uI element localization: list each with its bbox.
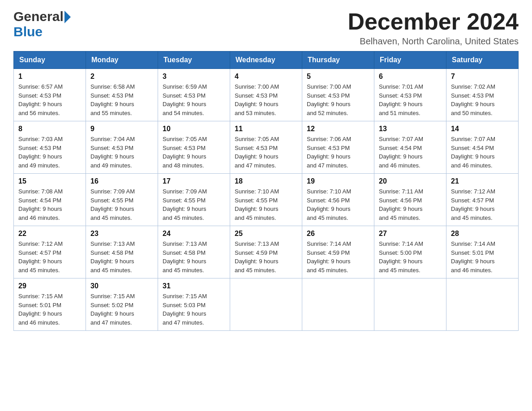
calendar-week-row: 1 Sunrise: 6:57 AMSunset: 4:53 PMDayligh… <box>14 69 519 121</box>
day-info: Sunrise: 7:01 AMSunset: 4:53 PMDaylight:… <box>379 83 423 116</box>
weekday-header-wednesday: Wednesday <box>230 51 302 69</box>
day-number: 3 <box>163 73 225 81</box>
day-info: Sunrise: 7:10 AMSunset: 4:56 PMDaylight:… <box>307 188 351 221</box>
calendar-cell: 18 Sunrise: 7:10 AMSunset: 4:55 PMDaylig… <box>230 174 302 226</box>
weekday-header-thursday: Thursday <box>302 51 374 69</box>
day-info: Sunrise: 7:14 AMSunset: 5:00 PMDaylight:… <box>379 240 423 274</box>
day-info: Sunrise: 7:06 AMSunset: 4:53 PMDaylight:… <box>307 136 351 169</box>
calendar-cell: 15 Sunrise: 7:08 AMSunset: 4:54 PMDaylig… <box>14 174 86 226</box>
day-number: 27 <box>379 230 442 238</box>
day-number: 5 <box>307 73 369 81</box>
day-number: 22 <box>18 230 81 238</box>
day-info: Sunrise: 7:05 AMSunset: 4:53 PMDaylight:… <box>163 136 207 169</box>
day-info: Sunrise: 7:00 AMSunset: 4:53 PMDaylight:… <box>235 83 279 116</box>
calendar-cell: 27 Sunrise: 7:14 AMSunset: 5:00 PMDaylig… <box>374 226 446 278</box>
day-number: 23 <box>90 230 153 238</box>
calendar-cell: 16 Sunrise: 7:09 AMSunset: 4:55 PMDaylig… <box>86 174 158 226</box>
calendar-cell: 24 Sunrise: 7:13 AMSunset: 4:58 PMDaylig… <box>158 226 230 278</box>
calendar-cell: 6 Sunrise: 7:01 AMSunset: 4:53 PMDayligh… <box>374 69 446 121</box>
day-info: Sunrise: 7:07 AMSunset: 4:54 PMDaylight:… <box>379 136 423 169</box>
day-info: Sunrise: 7:14 AMSunset: 5:01 PMDaylight:… <box>451 240 495 274</box>
day-number: 18 <box>235 177 297 185</box>
calendar-cell: 23 Sunrise: 7:13 AMSunset: 4:58 PMDaylig… <box>86 226 158 278</box>
weekday-header-sunday: Sunday <box>14 51 86 69</box>
day-info: Sunrise: 7:12 AMSunset: 4:57 PMDaylight:… <box>18 240 63 274</box>
day-number: 20 <box>379 177 442 185</box>
day-info: Sunrise: 7:05 AMSunset: 4:53 PMDaylight:… <box>235 136 279 169</box>
day-number: 4 <box>235 73 297 81</box>
day-number: 28 <box>451 230 514 238</box>
day-info: Sunrise: 7:13 AMSunset: 4:59 PMDaylight:… <box>235 240 279 274</box>
weekday-header-tuesday: Tuesday <box>158 51 230 69</box>
day-info: Sunrise: 7:08 AMSunset: 4:54 PMDaylight:… <box>18 188 63 221</box>
page-header: General Blue December 2024 Belhaven, Nor… <box>13 9 519 47</box>
day-info: Sunrise: 7:09 AMSunset: 4:55 PMDaylight:… <box>163 188 207 221</box>
calendar-table: SundayMondayTuesdayWednesdayThursdayFrid… <box>13 51 519 331</box>
weekday-header-monday: Monday <box>86 51 158 69</box>
calendar-cell: 29 Sunrise: 7:15 AMSunset: 5:01 PMDaylig… <box>14 278 86 331</box>
day-number: 6 <box>379 73 442 81</box>
day-number: 14 <box>451 125 514 133</box>
day-number: 30 <box>90 282 153 290</box>
calendar-cell: 25 Sunrise: 7:13 AMSunset: 4:59 PMDaylig… <box>230 226 302 278</box>
calendar-cell: 11 Sunrise: 7:05 AMSunset: 4:53 PMDaylig… <box>230 121 302 174</box>
calendar-cell <box>230 278 302 331</box>
calendar-cell: 28 Sunrise: 7:14 AMSunset: 5:01 PMDaylig… <box>446 226 519 278</box>
calendar-week-row: 15 Sunrise: 7:08 AMSunset: 4:54 PMDaylig… <box>14 174 519 226</box>
day-number: 24 <box>163 230 225 238</box>
day-info: Sunrise: 7:12 AMSunset: 4:57 PMDaylight:… <box>451 188 495 221</box>
calendar-cell: 17 Sunrise: 7:09 AMSunset: 4:55 PMDaylig… <box>158 174 230 226</box>
calendar-cell <box>374 278 446 331</box>
calendar-cell: 2 Sunrise: 6:58 AMSunset: 4:53 PMDayligh… <box>86 69 158 121</box>
weekday-header-friday: Friday <box>374 51 446 69</box>
day-number: 16 <box>90 177 153 185</box>
day-info: Sunrise: 7:09 AMSunset: 4:55 PMDaylight:… <box>90 188 135 221</box>
calendar-cell: 10 Sunrise: 7:05 AMSunset: 4:53 PMDaylig… <box>158 121 230 174</box>
day-info: Sunrise: 7:14 AMSunset: 4:59 PMDaylight:… <box>307 240 351 274</box>
day-number: 19 <box>307 177 369 185</box>
calendar-cell: 13 Sunrise: 7:07 AMSunset: 4:54 PMDaylig… <box>374 121 446 174</box>
calendar-cell: 3 Sunrise: 6:59 AMSunset: 4:53 PMDayligh… <box>158 69 230 121</box>
logo: General Blue <box>13 9 71 39</box>
day-number: 26 <box>307 230 369 238</box>
day-number: 2 <box>90 73 153 81</box>
day-info: Sunrise: 7:11 AMSunset: 4:56 PMDaylight:… <box>379 188 423 221</box>
day-number: 9 <box>90 125 153 133</box>
day-info: Sunrise: 7:13 AMSunset: 4:58 PMDaylight:… <box>163 240 207 274</box>
location-subtitle: Belhaven, North Carolina, United States <box>348 36 519 47</box>
day-info: Sunrise: 6:58 AMSunset: 4:53 PMDaylight:… <box>90 83 135 116</box>
month-title: December 2024 <box>348 9 519 34</box>
day-info: Sunrise: 7:15 AMSunset: 5:01 PMDaylight:… <box>18 293 63 326</box>
day-info: Sunrise: 7:07 AMSunset: 4:54 PMDaylight:… <box>451 136 495 169</box>
day-info: Sunrise: 7:04 AMSunset: 4:53 PMDaylight:… <box>90 136 135 169</box>
day-info: Sunrise: 6:59 AMSunset: 4:53 PMDaylight:… <box>163 83 207 116</box>
calendar-cell: 22 Sunrise: 7:12 AMSunset: 4:57 PMDaylig… <box>14 226 86 278</box>
calendar-cell: 30 Sunrise: 7:15 AMSunset: 5:02 PMDaylig… <box>86 278 158 331</box>
day-number: 11 <box>235 125 297 133</box>
calendar-cell: 20 Sunrise: 7:11 AMSunset: 4:56 PMDaylig… <box>374 174 446 226</box>
day-number: 29 <box>18 282 81 290</box>
day-info: Sunrise: 7:15 AMSunset: 5:02 PMDaylight:… <box>90 293 135 326</box>
calendar-cell: 5 Sunrise: 7:00 AMSunset: 4:53 PMDayligh… <box>302 69 374 121</box>
calendar-cell: 4 Sunrise: 7:00 AMSunset: 4:53 PMDayligh… <box>230 69 302 121</box>
weekday-header-saturday: Saturday <box>446 51 519 69</box>
calendar-cell <box>446 278 519 331</box>
day-number: 21 <box>451 177 514 185</box>
day-number: 31 <box>163 282 225 290</box>
day-number: 12 <box>307 125 369 133</box>
calendar-cell: 19 Sunrise: 7:10 AMSunset: 4:56 PMDaylig… <box>302 174 374 226</box>
day-number: 10 <box>163 125 225 133</box>
day-number: 15 <box>18 177 81 185</box>
weekday-header-row: SundayMondayTuesdayWednesdayThursdayFrid… <box>14 51 519 69</box>
day-info: Sunrise: 7:03 AMSunset: 4:53 PMDaylight:… <box>18 136 63 169</box>
logo-triangle-icon <box>64 11 71 23</box>
calendar-cell: 7 Sunrise: 7:02 AMSunset: 4:53 PMDayligh… <box>446 69 519 121</box>
day-info: Sunrise: 7:02 AMSunset: 4:53 PMDaylight:… <box>451 83 495 116</box>
day-info: Sunrise: 7:13 AMSunset: 4:58 PMDaylight:… <box>90 240 135 274</box>
calendar-cell: 12 Sunrise: 7:06 AMSunset: 4:53 PMDaylig… <box>302 121 374 174</box>
calendar-cell: 26 Sunrise: 7:14 AMSunset: 4:59 PMDaylig… <box>302 226 374 278</box>
calendar-week-row: 22 Sunrise: 7:12 AMSunset: 4:57 PMDaylig… <box>14 226 519 278</box>
day-info: Sunrise: 7:10 AMSunset: 4:55 PMDaylight:… <box>235 188 279 221</box>
calendar-cell: 1 Sunrise: 6:57 AMSunset: 4:53 PMDayligh… <box>14 69 86 121</box>
day-number: 7 <box>451 73 514 81</box>
